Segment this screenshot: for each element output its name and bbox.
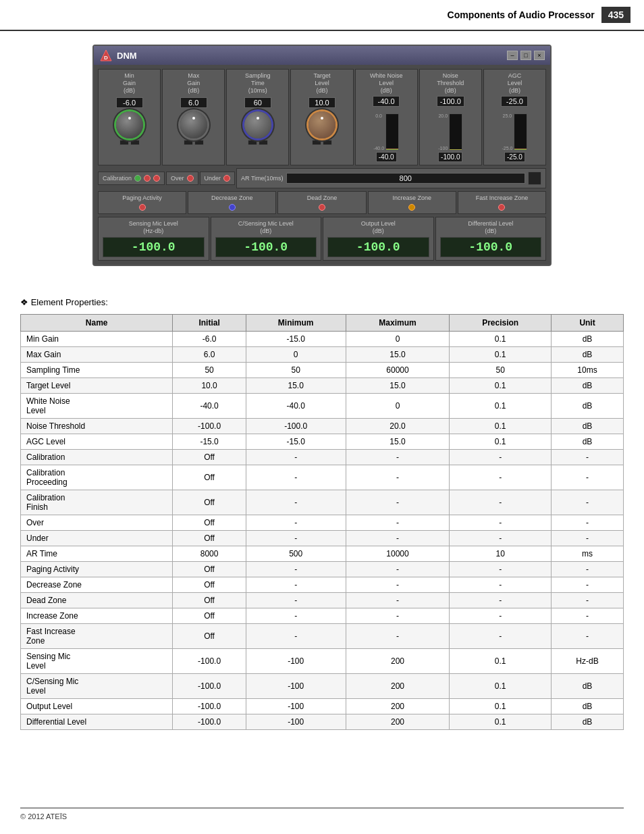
meter-fill [386, 149, 398, 151]
row-cell: - [246, 623, 346, 648]
maximize-button[interactable]: □ [520, 51, 531, 60]
target-level-label: TargetLevel(dB) [294, 72, 350, 94]
calibration-led-red2[interactable] [153, 175, 160, 182]
row-cell: 15.0 [346, 377, 450, 393]
sampling-time-knob[interactable] [244, 111, 271, 138]
row-cell: -100 [246, 673, 346, 698]
col-precision: Precision [450, 314, 552, 331]
row-cell: - [552, 623, 624, 648]
row-cell: dB [552, 698, 624, 714]
row-cell: Off [173, 592, 246, 608]
row-name: C/Sensing MicLevel [21, 673, 173, 698]
meter-bar [385, 113, 399, 151]
calibration-row: Calibration Over Under AR Time(10ms) 800 [98, 168, 546, 188]
row-cell: - [552, 577, 624, 592]
row-cell: -40.0 [246, 393, 346, 418]
over-section: Over [166, 172, 198, 185]
row-cell: -15.0 [246, 434, 346, 449]
meter-scale: 0.0 -40.0 [373, 113, 384, 151]
row-cell: - [346, 490, 450, 515]
calibration-led-green[interactable] [134, 175, 141, 182]
under-label: Under [205, 175, 221, 182]
target-level-slider[interactable] [294, 140, 350, 145]
row-cell: 0.1 [450, 434, 552, 449]
row-cell: - [450, 623, 552, 648]
row-cell: Off [173, 449, 246, 465]
row-cell: - [552, 561, 624, 577]
row-cell: 0.1 [450, 393, 552, 418]
white-noise-top: -40.0 [373, 96, 400, 107]
row-name: White NoiseLevel [21, 393, 173, 418]
sampling-time-knob-group: SamplingTime(10ms) 60 [226, 69, 289, 165]
calibration-led-red[interactable] [144, 175, 151, 182]
calibration-label: Calibration [103, 175, 132, 182]
over-led[interactable] [187, 175, 194, 182]
target-level-knob[interactable] [308, 111, 336, 138]
page-header: Components of Audio Processor 435 [0, 0, 644, 31]
row-cell: - [246, 515, 346, 530]
paging-activity-led[interactable] [139, 204, 146, 211]
min-gain-knob[interactable] [116, 111, 143, 138]
col-maximum: Maximum [346, 314, 450, 331]
row-name: AR Time [21, 546, 173, 561]
table-row: AR Time80005001000010ms [21, 546, 624, 561]
row-name: AGC Level [21, 434, 173, 449]
row-cell: - [246, 577, 346, 592]
agc-level-label: AGCLevel(dB) [508, 72, 522, 94]
dnm-window-controls[interactable]: – □ × [507, 51, 545, 60]
differential-level-label: Differential Level(dB) [440, 220, 542, 235]
row-cell: - [346, 608, 450, 623]
dnm-body: MinGain(dB) -6.0 MaxGain(dB) 6.0 [94, 65, 550, 265]
sensing-mic-level-label: Sensing Mic Level(Hz-db) [103, 220, 205, 235]
row-cell: -100.0 [173, 648, 246, 673]
row-cell: 50 [246, 362, 346, 377]
slider-track [194, 140, 204, 145]
max-gain-slider[interactable] [165, 140, 221, 145]
table-row: CalibrationProceedingOff---- [21, 465, 624, 490]
table-row: AGC Level-15.0-15.015.00.1dB [21, 434, 624, 449]
knob-row: MinGain(dB) -6.0 MaxGain(dB) 6.0 [98, 69, 546, 165]
row-cell: 0.1 [450, 346, 552, 362]
col-name: Name [21, 314, 173, 331]
row-cell: -100.0 [173, 418, 246, 434]
row-cell: -100 [246, 648, 346, 673]
row-name: Max Gain [21, 346, 173, 362]
under-led[interactable] [223, 175, 230, 182]
sensing-mic-level-value: -100.0 [103, 237, 205, 257]
increase-zone-led[interactable] [408, 204, 415, 211]
meter-fill [514, 149, 527, 151]
dnm-logo-icon: D [99, 49, 113, 62]
row-cell: - [346, 561, 450, 577]
row-name: Sampling Time [21, 362, 173, 377]
ar-control[interactable] [528, 172, 541, 185]
row-cell: 0 [346, 393, 450, 418]
decrease-zone-label: Decrease Zone [211, 194, 253, 201]
sampling-time-slider[interactable] [230, 140, 286, 145]
min-gain-slider[interactable] [101, 140, 157, 145]
table-row: Dead ZoneOff---- [21, 592, 624, 608]
decrease-zone-led[interactable] [229, 204, 236, 211]
row-cell: 200 [346, 698, 450, 714]
row-cell: dB [552, 673, 624, 698]
row-cell: 10ms [552, 362, 624, 377]
noise-threshold-top: -100.0 [437, 96, 464, 107]
max-gain-knob[interactable] [180, 111, 207, 138]
row-cell: 500 [246, 546, 346, 561]
fast-increase-zone-led[interactable] [498, 204, 505, 211]
footer-copyright: © 2012 ATEÏS [20, 812, 67, 820]
knob-dot [128, 117, 131, 120]
page-footer: © 2012 ATEÏS [20, 808, 624, 820]
row-cell: dB [552, 714, 624, 729]
dead-zone-led[interactable] [319, 204, 325, 211]
output-level-section: Output Level(dB) -100.0 [323, 217, 434, 261]
slider-track [323, 140, 332, 145]
row-cell: dB [552, 377, 624, 393]
dead-zone-section: Dead Zone [277, 191, 366, 214]
meter-scale: 25.0 -25.0 [502, 113, 512, 151]
row-cell: - [450, 530, 552, 546]
minimize-button[interactable]: – [507, 51, 518, 60]
row-cell: 0.1 [450, 714, 552, 729]
row-name: Dead Zone [21, 592, 173, 608]
close-button[interactable]: × [534, 51, 545, 60]
row-cell: - [552, 465, 624, 490]
